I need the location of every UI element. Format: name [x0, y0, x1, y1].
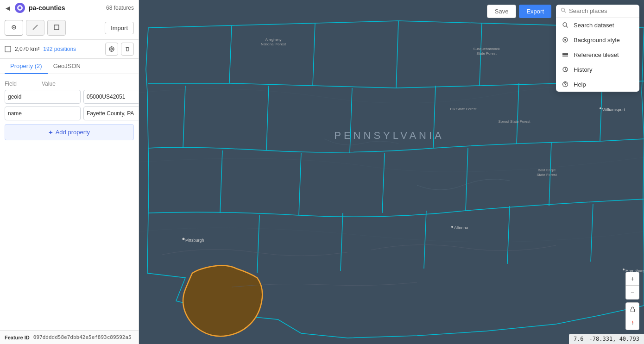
lock-button[interactable] [625, 302, 639, 316]
property-section: Field Value + Add p [0, 74, 139, 330]
value-header: Value [42, 81, 134, 87]
tab-property[interactable]: Property (2) [5, 59, 48, 74]
svg-point-7 [111, 48, 113, 50]
stats-icons [105, 43, 134, 56]
menu-item-search-dataset[interactable]: Search dataset [556, 18, 639, 32]
svg-rect-24 [562, 54, 568, 55]
search-bar [556, 5, 639, 18]
line-icon [32, 24, 38, 32]
svg-line-20 [566, 26, 568, 28]
city-williamsport: Williamsport [602, 107, 625, 112]
stats-bar: 2,070 km² 192 positions [0, 40, 139, 59]
forest-susquehannock: Susquehannock [473, 47, 500, 51]
feature-id-value: 097ddddd58e7dbb42e5ef893c89592a5 [33, 334, 132, 340]
left-panel: ◀ pa-counties 68 features Import [0, 0, 139, 344]
property-table: Field Value [5, 79, 134, 120]
forest-elk: Elk State Forest [450, 107, 477, 111]
app-icon [15, 3, 25, 13]
import-button[interactable]: Import [105, 22, 134, 34]
menu-item-history[interactable]: History [556, 62, 639, 77]
delete-button[interactable] [121, 43, 134, 56]
forest-bald-eagle: Bald Eagle [538, 168, 556, 172]
city-altoona: Altoona [454, 225, 468, 230]
map-controls: + − [625, 272, 639, 330]
map-action-buttons: Save Export [487, 5, 551, 18]
zoom-in-button[interactable]: + [625, 272, 639, 286]
background-style-icon [562, 36, 569, 44]
coordinates-bar: 7.6 -78.331, 40.793 [569, 334, 644, 344]
svg-point-17 [562, 8, 565, 12]
svg-point-22 [564, 39, 566, 41]
menu-label-background-style: Background style [574, 37, 620, 44]
history-icon [562, 66, 569, 73]
menu-label-reference-tileset: Reference tileset [574, 51, 619, 58]
table-row [5, 90, 134, 104]
svg-rect-29 [631, 309, 634, 312]
feature-id-bar: Feature ID 097ddddd58e7dbb42e5ef893c8959… [0, 330, 139, 344]
target-button[interactable] [105, 43, 118, 56]
forest-sproul: Sproul State Forest [499, 119, 531, 124]
map-container[interactable]: PENNSYLVANIA Pittsburgh Altoona Harrisbu… [139, 0, 644, 344]
search-places-input[interactable] [569, 7, 639, 14]
field-input-name[interactable] [5, 106, 81, 120]
value-input-name[interactable] [83, 106, 139, 120]
svg-point-13 [183, 238, 185, 240]
svg-marker-31 [632, 323, 633, 325]
zoom-level: 7.6 [574, 336, 584, 342]
property-header: Field Value [5, 79, 134, 90]
svg-rect-23 [562, 53, 568, 54]
dataset-name: pa-counties [29, 4, 102, 12]
forest-allegheny: Allegheny [265, 38, 281, 42]
nav-controls [625, 302, 639, 330]
menu-item-reference-tileset[interactable]: Reference tileset [556, 47, 639, 62]
zoom-controls: + − [625, 272, 639, 300]
menu-label-search-dataset: Search dataset [574, 22, 614, 29]
svg-point-14 [451, 226, 453, 228]
tab-geojson[interactable]: GeoJSON [48, 59, 86, 74]
positions-link[interactable]: 192 positions [43, 46, 76, 52]
forest-allegheny-2: National Forest [261, 42, 286, 46]
panel-header: ◀ pa-counties 68 features [0, 0, 139, 16]
feature-count: 68 features [106, 5, 134, 11]
svg-rect-4 [54, 25, 59, 30]
svg-point-15 [623, 269, 625, 270]
polygon-tool-button[interactable] [47, 20, 66, 36]
area-value: 2,070 km² [15, 46, 39, 52]
svg-point-19 [563, 23, 567, 26]
add-property-button[interactable]: + Add property [5, 124, 134, 140]
forest-susquehannock-2: State Forest [476, 51, 497, 56]
toolbar: Import [0, 16, 139, 40]
tabs-bar: Property (2) GeoJSON [0, 59, 139, 74]
svg-line-18 [564, 11, 566, 13]
save-button[interactable]: Save [487, 5, 517, 18]
compass-button[interactable] [625, 316, 639, 330]
back-button[interactable]: ◀ [5, 4, 11, 13]
city-pittsburgh: Pittsburgh [185, 238, 204, 243]
add-property-label: Add property [56, 129, 90, 136]
coordinates: -78.331, 40.793 [589, 336, 639, 342]
svg-point-1 [19, 6, 21, 9]
search-dataset-icon [562, 21, 569, 29]
line-tool-button[interactable] [26, 20, 44, 36]
polygon-icon [53, 24, 60, 32]
svg-point-16 [600, 107, 601, 109]
value-input-geoid[interactable] [83, 90, 139, 104]
field-input-geoid[interactable] [5, 90, 81, 104]
menu-item-help[interactable]: Help [556, 77, 639, 92]
zoom-out-button[interactable]: − [625, 286, 639, 300]
menu-item-background-style[interactable]: Background style [556, 32, 639, 47]
area-icon [5, 46, 11, 52]
menu-label-history: History [574, 66, 592, 73]
help-icon [562, 81, 569, 88]
svg-point-28 [565, 86, 565, 86]
svg-point-3 [13, 26, 15, 28]
point-tool-button[interactable] [5, 20, 23, 36]
svg-rect-25 [562, 56, 568, 56]
right-dropdown-panel: Search dataset Background style Referenc… [556, 5, 639, 92]
forest-bald-eagle-2: State Forest [537, 173, 557, 177]
field-header: Field [5, 81, 42, 87]
menu-label-help: Help [574, 81, 586, 88]
export-button[interactable]: Export [519, 5, 551, 18]
svg-marker-30 [632, 321, 633, 323]
reference-tileset-icon [562, 51, 569, 58]
